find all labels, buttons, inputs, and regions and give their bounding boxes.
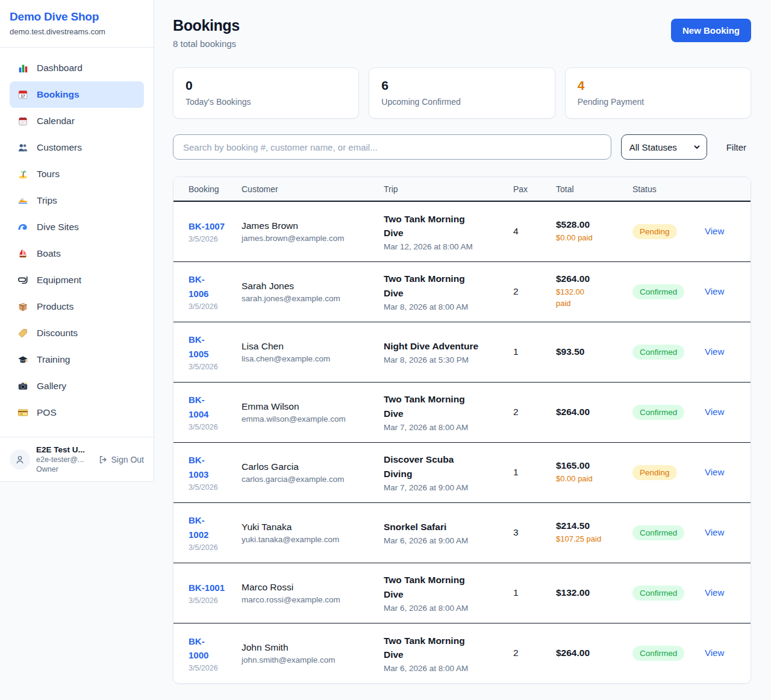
customer-email: emma.wilson@example.com (242, 414, 379, 423)
package-icon (17, 301, 29, 312)
search-input[interactable] (173, 134, 611, 160)
customer-email: james.brown@example.com (242, 234, 379, 243)
customer-name: Yuki Tanaka (242, 522, 379, 533)
view-link[interactable]: View (705, 407, 724, 417)
booking-id-link[interactable]: BK-1003 (189, 453, 208, 481)
booking-id-link[interactable]: BK-1007 (189, 219, 225, 233)
new-booking-button[interactable]: New Booking (671, 19, 751, 42)
filter-button[interactable]: Filter (726, 142, 746, 152)
spiral-calendar-icon (17, 116, 29, 127)
pax-count: 1 (513, 322, 556, 382)
status-badge: Confirmed (632, 284, 684, 299)
customer-email: john.smith@example.com (242, 655, 379, 664)
user-name: E2E Test U... (36, 445, 85, 454)
sidebar-item-products[interactable]: Products (10, 293, 144, 320)
sidebar-item-training[interactable]: Training (10, 346, 144, 373)
sidebar-item-trips[interactable]: Trips (10, 187, 144, 214)
status-badge: Confirmed (632, 345, 684, 360)
total-amount: $214.50 (556, 520, 628, 531)
pax-count: 2 (513, 623, 556, 683)
view-link[interactable]: View (705, 648, 724, 658)
booking-id-link[interactable]: BK-1006 (189, 272, 208, 301)
graduation-cap-icon (17, 354, 29, 365)
label-tag-icon (17, 328, 29, 339)
sidebar-item-label: Discounts (37, 328, 78, 339)
sign-out-button[interactable]: Sign Out (98, 455, 144, 464)
status-select[interactable]: All Statuses (621, 134, 707, 160)
stat-value: 0 (186, 78, 346, 93)
sidebar-item-calendar[interactable]: Calendar (10, 108, 144, 134)
view-link[interactable]: View (705, 527, 724, 537)
trip-name: Two Tank MorningDive (384, 634, 508, 662)
customer-name: Marco Rossi (242, 582, 379, 593)
total-amount: $264.00 (556, 273, 628, 284)
user-email: e2e-tester@... (36, 455, 85, 464)
table-row: BK-1001 3/5/2026 Marco Rossi marco.rossi… (173, 563, 751, 623)
trip-datetime: Mar 6, 2026 at 8:00 AM (384, 604, 508, 613)
booking-date: 3/5/2026 (189, 423, 237, 431)
status-badge: Confirmed (632, 525, 684, 540)
sidebar-item-label: Gallery (37, 381, 66, 392)
trip-datetime: Mar 7, 2026 at 9:00 AM (384, 483, 508, 492)
column-header-total: Total (556, 177, 632, 201)
column-header-trip: Trip (384, 177, 513, 201)
page-title: Bookings (173, 17, 240, 34)
sidebar-item-label: Training (37, 354, 70, 365)
sidebar-item-dive-sites[interactable]: Dive Sites (10, 214, 144, 240)
booking-id-link[interactable]: BK-1001 (189, 581, 225, 595)
pax-count: 3 (513, 502, 556, 563)
shop-name: Demo Dive Shop (10, 10, 144, 23)
trip-datetime: Mar 8, 2026 at 5:30 PM (384, 355, 508, 364)
view-link[interactable]: View (705, 226, 724, 236)
booking-id-link[interactable]: BK-1004 (189, 393, 208, 421)
pax-count: 2 (513, 261, 556, 322)
sidebar-item-label: Equipment (37, 275, 81, 286)
view-link[interactable]: View (705, 467, 724, 477)
stat-value: 4 (578, 78, 738, 93)
view-link[interactable]: View (705, 587, 724, 598)
table-row: BK-1007 3/5/2026 James Brown james.brown… (173, 201, 751, 261)
sidebar-item-label: Customers (37, 142, 82, 153)
status-badge: Pending (632, 224, 677, 239)
booking-date: 3/5/2026 (189, 596, 237, 605)
sidebar-item-label: Dive Sites (37, 222, 79, 233)
booking-date: 3/5/2026 (189, 302, 237, 311)
sidebar-item-discounts[interactable]: Discounts (10, 320, 144, 346)
booking-id-link[interactable]: BK-1002 (189, 513, 208, 542)
booking-id-link[interactable]: BK-1000 (189, 634, 208, 663)
user-section: E2E Test U... e2e-tester@... Owner Sign … (0, 437, 154, 481)
booking-id-link[interactable]: BK-1005 (189, 333, 208, 361)
sign-out-icon (98, 455, 108, 464)
stat-cards: 0Today's Bookings6Upcoming Confirmed4Pen… (173, 67, 751, 119)
sidebar-item-dashboard[interactable]: Dashboard (10, 55, 144, 81)
credit-card-icon (17, 407, 29, 418)
island-icon (17, 169, 29, 180)
booking-date: 3/5/2026 (189, 235, 237, 243)
avatar (10, 449, 30, 470)
bookings-table: BookingCustomerTripPaxTotalStatus BK-100… (173, 177, 751, 683)
paid-amount: $107.25 paid (556, 534, 628, 545)
view-link[interactable]: View (705, 346, 724, 357)
table-row: BK-1002 3/5/2026 Yuki Tanaka yuki.tanaka… (173, 502, 751, 563)
sidebar-item-customers[interactable]: Customers (10, 134, 144, 161)
sidebar-item-bookings[interactable]: 17Bookings (10, 81, 144, 108)
table-header-row: BookingCustomerTripPaxTotalStatus (173, 177, 751, 201)
sidebar-item-label: Trips (37, 195, 57, 206)
customer-name: Sarah Jones (242, 281, 379, 292)
user-role: Owner (36, 465, 85, 473)
sidebar-item-boats[interactable]: Boats (10, 240, 144, 267)
wave-icon (17, 222, 29, 233)
customer-email: lisa.chen@example.com (242, 354, 379, 363)
trip-datetime: Mar 7, 2026 at 8:00 AM (384, 423, 508, 432)
user-info: E2E Test U... e2e-tester@... Owner (36, 445, 85, 473)
stat-value: 6 (381, 78, 542, 93)
sidebar-item-equipment[interactable]: Equipment (10, 267, 144, 293)
sidebar-item-pos[interactable]: POS (10, 399, 144, 426)
customer-name: James Brown (242, 220, 379, 231)
svg-text:17: 17 (20, 94, 25, 98)
customer-email: carlos.garcia@example.com (242, 475, 379, 484)
sidebar-item-tours[interactable]: Tours (10, 161, 144, 187)
view-link[interactable]: View (705, 286, 724, 296)
paid-amount: $0.00 paid (556, 233, 628, 244)
sidebar-item-gallery[interactable]: Gallery (10, 373, 144, 399)
